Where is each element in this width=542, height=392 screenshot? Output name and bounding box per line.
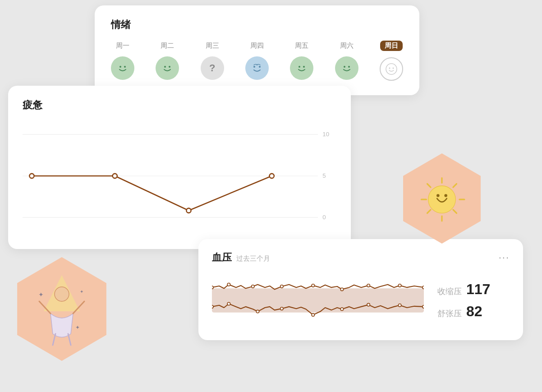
svg-point-12 xyxy=(392,68,394,69)
bp-chart-area xyxy=(212,273,424,327)
svg-point-42 xyxy=(428,186,456,213)
svg-point-2 xyxy=(164,66,166,68)
sun-hexagon xyxy=(397,153,487,244)
mood-day-label: 周四 xyxy=(250,42,264,50)
scene: 情绪 周一 周二 周三?周四 周五 周六 xyxy=(0,0,542,392)
svg-point-21 xyxy=(186,208,191,213)
mood-card: 情绪 周一 周二 周三?周四 周五 周六 xyxy=(95,5,419,95)
diastolic-label: 舒张压 xyxy=(437,308,462,319)
mood-day-label: 周五 xyxy=(295,42,308,50)
svg-line-48 xyxy=(453,210,457,213)
svg-point-51 xyxy=(436,194,440,197)
bp-subtitle: 过去三个月 xyxy=(236,254,270,263)
mood-face[interactable]: ? xyxy=(201,56,224,80)
svg-point-36 xyxy=(280,307,283,310)
mood-face[interactable] xyxy=(245,56,269,80)
bp-title: 血压 xyxy=(212,251,232,264)
svg-point-24 xyxy=(212,286,213,289)
person-hexagon: ✦ ✦ ✦ xyxy=(10,257,114,361)
mood-day-col[interactable]: 周五 xyxy=(290,42,313,80)
svg-point-7 xyxy=(303,66,305,68)
svg-point-11 xyxy=(389,68,390,69)
svg-text:5: 5 xyxy=(322,172,326,179)
bp-more-button[interactable]: ··· xyxy=(499,252,510,263)
diastolic-value: 82 xyxy=(466,303,482,320)
svg-rect-23 xyxy=(212,288,424,312)
svg-point-26 xyxy=(252,285,254,288)
bp-values: 收缩压 117 舒张压 82 xyxy=(437,281,510,320)
svg-point-22 xyxy=(270,174,274,178)
diastolic-row: 舒张压 82 xyxy=(437,303,510,320)
mood-day-col[interactable]: 周二 xyxy=(156,42,179,80)
fatigue-card: 疲惫 10 5 0 xyxy=(8,86,351,249)
mood-face[interactable] xyxy=(380,57,403,81)
svg-point-5 xyxy=(259,66,261,68)
bp-svg xyxy=(212,273,424,327)
svg-point-0 xyxy=(119,66,121,68)
bp-card: 血压 过去三个月 ··· xyxy=(198,239,523,340)
mood-face[interactable] xyxy=(111,56,134,80)
systolic-value: 117 xyxy=(466,281,490,298)
svg-line-47 xyxy=(427,184,431,188)
svg-text:✦: ✦ xyxy=(80,289,83,294)
svg-point-25 xyxy=(227,283,230,286)
svg-point-40 xyxy=(398,304,401,306)
svg-point-52 xyxy=(444,194,447,197)
mood-day-col[interactable]: 周日 xyxy=(380,41,403,81)
svg-point-32 xyxy=(423,286,424,289)
svg-point-29 xyxy=(340,288,343,291)
svg-text:0: 0 xyxy=(322,214,326,221)
svg-point-30 xyxy=(367,284,370,287)
svg-point-19 xyxy=(29,174,34,178)
bp-content: 收缩压 117 舒张压 82 xyxy=(212,273,510,327)
mood-day-label: 周六 xyxy=(340,42,354,50)
mood-day-label: 周三 xyxy=(206,42,219,50)
svg-point-34 xyxy=(227,302,230,305)
mood-day-label: 周日 xyxy=(380,41,403,51)
svg-point-27 xyxy=(280,285,283,288)
svg-point-54 xyxy=(55,287,69,301)
svg-point-1 xyxy=(124,66,126,68)
mood-title: 情绪 xyxy=(111,18,403,32)
mood-face[interactable] xyxy=(290,56,313,80)
svg-text:10: 10 xyxy=(322,131,329,138)
svg-point-37 xyxy=(312,314,314,316)
svg-point-28 xyxy=(312,284,314,287)
svg-point-10 xyxy=(386,64,397,74)
svg-line-49 xyxy=(453,184,457,188)
svg-text:✦: ✦ xyxy=(75,324,80,331)
fatigue-title: 疲惫 xyxy=(23,98,336,112)
systolic-row: 收缩压 117 xyxy=(437,281,510,298)
mood-days-row: 周一 周二 周三?周四 周五 周六 xyxy=(111,41,403,81)
person-icon: ✦ ✦ ✦ xyxy=(26,271,98,347)
bp-title-row: 血压 过去三个月 xyxy=(212,251,270,264)
fatigue-chart: 10 5 0 xyxy=(23,117,336,235)
svg-point-35 xyxy=(256,310,259,313)
systolic-label: 收缩压 xyxy=(437,286,462,297)
sun-icon xyxy=(413,169,471,228)
mood-day-col[interactable]: 周三? xyxy=(201,42,224,80)
svg-point-31 xyxy=(398,284,401,287)
mood-day-col[interactable]: 周六 xyxy=(335,42,358,80)
svg-line-50 xyxy=(427,210,431,213)
svg-point-41 xyxy=(423,305,424,308)
mood-face[interactable] xyxy=(156,56,179,80)
svg-point-20 xyxy=(113,174,117,178)
svg-point-3 xyxy=(169,66,170,68)
mood-day-label: 周一 xyxy=(116,42,129,50)
svg-point-4 xyxy=(253,66,255,68)
mood-face[interactable] xyxy=(335,56,358,80)
svg-point-8 xyxy=(344,66,345,68)
svg-point-33 xyxy=(212,305,213,308)
svg-point-9 xyxy=(348,66,350,68)
svg-point-6 xyxy=(299,66,300,68)
svg-point-39 xyxy=(367,303,370,306)
mood-day-label: 周二 xyxy=(161,42,174,50)
svg-point-38 xyxy=(340,308,343,310)
fatigue-svg: 10 5 0 xyxy=(23,117,336,235)
svg-text:✦: ✦ xyxy=(38,291,44,298)
mood-day-col[interactable]: 周四 xyxy=(245,42,269,80)
mood-day-col[interactable]: 周一 xyxy=(111,42,134,80)
bp-header: 血压 过去三个月 ··· xyxy=(212,251,510,264)
